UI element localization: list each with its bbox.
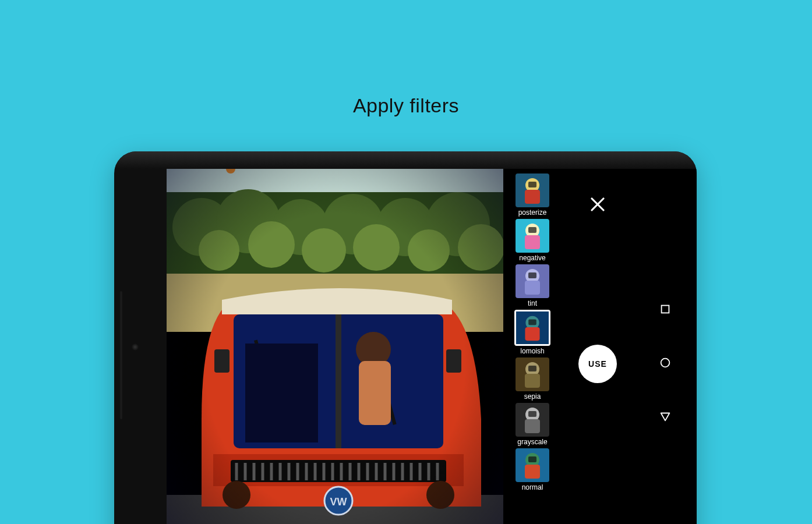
svg-point-86	[661, 359, 670, 367]
svg-rect-56	[167, 169, 503, 524]
triangle-back-icon	[659, 410, 672, 425]
svg-rect-71	[525, 327, 539, 341]
svg-rect-59	[525, 190, 540, 204]
camera-control-panel: USE	[562, 169, 634, 524]
nav-back-button[interactable]	[659, 411, 672, 424]
svg-rect-60	[528, 182, 536, 187]
filter-item-grayscale[interactable]: grayscale	[513, 403, 552, 446]
close-icon	[589, 205, 606, 215]
device-camera	[132, 344, 139, 350]
use-button[interactable]: USE	[578, 345, 617, 383]
photo-preview: VW	[167, 169, 503, 524]
svg-rect-68	[528, 272, 536, 278]
filter-item-sepia[interactable]: sepia	[513, 357, 552, 401]
filter-thumb	[516, 357, 549, 391]
svg-rect-67	[525, 281, 540, 295]
filter-label: grayscale	[517, 438, 547, 446]
circle-icon	[659, 356, 672, 371]
filter-item-normal[interactable]: normal	[513, 448, 552, 491]
filter-label: sepia	[524, 392, 541, 401]
filter-thumb	[516, 448, 549, 482]
filter-item-lomoish[interactable]: lomoish	[513, 310, 552, 355]
close-button[interactable]	[589, 196, 606, 213]
filter-thumb	[516, 403, 549, 437]
filter-thumb	[516, 264, 549, 298]
device-speaker-left	[120, 291, 122, 419]
filter-label: lomoish	[520, 347, 544, 355]
system-nav-bar	[634, 169, 697, 524]
filter-item-tint[interactable]: tint	[513, 264, 552, 307]
svg-rect-64	[528, 227, 536, 233]
filter-item-negative[interactable]: negative	[513, 219, 552, 262]
filter-label: tint	[528, 299, 537, 307]
nav-recent-button[interactable]	[659, 304, 672, 317]
filter-strip: posterizenegativetintlomoishsepiagraysca…	[503, 169, 562, 524]
svg-rect-79	[525, 419, 540, 433]
device-screen: VW posterizenegati	[167, 169, 634, 524]
svg-rect-72	[528, 320, 536, 325]
nav-home-button[interactable]	[659, 357, 672, 370]
svg-rect-85	[662, 306, 669, 313]
svg-rect-80	[528, 411, 536, 417]
svg-rect-83	[525, 465, 540, 479]
page-headline: Apply filters	[0, 94, 812, 117]
device-frame: VW posterizenegati	[114, 151, 697, 524]
square-icon	[659, 303, 672, 318]
svg-rect-76	[528, 366, 536, 371]
filter-thumb	[514, 310, 550, 346]
svg-rect-75	[525, 374, 540, 388]
filter-thumb	[516, 174, 549, 207]
svg-rect-84	[528, 456, 536, 462]
use-button-label: USE	[588, 359, 607, 369]
filter-label: normal	[522, 483, 543, 491]
filter-label: posterize	[518, 208, 547, 217]
filter-thumb	[516, 219, 549, 253]
filter-label: negative	[519, 254, 545, 262]
device-top-reflection	[114, 151, 697, 169]
filter-item-posterize[interactable]: posterize	[513, 174, 552, 217]
svg-rect-63	[525, 235, 540, 249]
